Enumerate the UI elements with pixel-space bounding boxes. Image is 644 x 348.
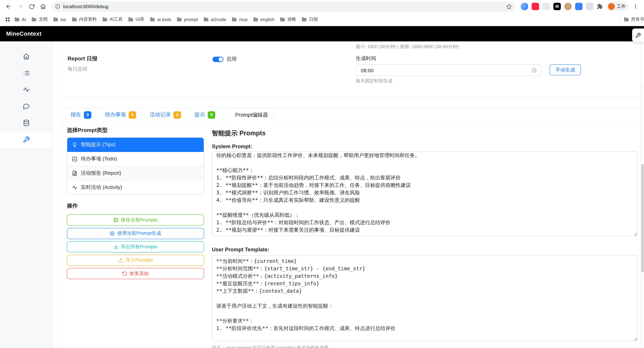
export-prompts-button[interactable]: 导出所有Prompts bbox=[67, 241, 204, 252]
type-item-report[interactable]: 活动报告 (Report) bbox=[67, 166, 204, 180]
type-item-todo[interactable]: 待办事项 (Todo) bbox=[67, 152, 204, 166]
folder-icon bbox=[177, 17, 182, 22]
restore-icon bbox=[122, 271, 127, 276]
interval-hint: 最小: 1800 (30分钟) | 推荐: 1800-3600 (30-60分钟… bbox=[356, 44, 641, 50]
floating-tools-button[interactable] bbox=[632, 28, 644, 42]
report-enabled-toggle[interactable] bbox=[212, 56, 224, 62]
tab-badge: 0 bbox=[174, 111, 181, 119]
time-hint: 每天固定时间生成 bbox=[356, 78, 541, 84]
report-subtitle: 每日总结 bbox=[68, 66, 212, 72]
sidebar-item-database[interactable] bbox=[0, 115, 52, 131]
bulb-icon bbox=[72, 142, 78, 147]
folder-icon bbox=[53, 17, 58, 22]
sidebar bbox=[0, 41, 53, 348]
sidebar-item-chat[interactable] bbox=[0, 98, 52, 115]
extension-icon-7[interactable] bbox=[586, 3, 594, 10]
bookmark-folder-ui-lib[interactable]: UI库 bbox=[125, 15, 147, 24]
bookmark-folder-english[interactable]: english bbox=[250, 15, 277, 23]
prompt-edit-panel: 智能提示 Prompts System Prompt: 你的核心职责是：提供阶段… bbox=[212, 122, 638, 348]
page-scrollbar[interactable] bbox=[640, 82, 644, 348]
tab-todos[interactable]: 待办事项 0 bbox=[105, 111, 136, 119]
report-title: Report 日报 bbox=[68, 55, 212, 62]
restore-default-button[interactable]: 恢复原始 bbox=[67, 268, 204, 279]
time-input[interactable] bbox=[360, 67, 532, 73]
folder-icon bbox=[32, 17, 37, 22]
bookmark-folder-ai[interactable]: AI bbox=[12, 15, 29, 23]
browser-toolbar: localhost:8000/debug M 工作 bbox=[0, 0, 644, 13]
all-bookmarks-button[interactable]: 所有书签 bbox=[620, 15, 644, 23]
bookmark-folder-prompt[interactable]: prompt bbox=[174, 15, 201, 23]
import-prompts-button[interactable]: 导入Prompts bbox=[67, 255, 204, 266]
apps-grid-icon[interactable] bbox=[4, 15, 12, 23]
time-picker[interactable] bbox=[356, 64, 541, 76]
tab-badge: 0 bbox=[208, 111, 215, 119]
extensions-puzzle-icon[interactable] bbox=[597, 3, 603, 9]
file-text-icon bbox=[72, 170, 78, 176]
tab-prompt-editor[interactable]: Prompt编辑器 bbox=[229, 108, 274, 122]
bookmark-folder-ios[interactable]: ios bbox=[50, 15, 69, 23]
save-prompts-button[interactable]: 保存当前Prompts bbox=[67, 214, 204, 226]
sidebar-item-list[interactable] bbox=[0, 65, 52, 81]
download-icon bbox=[114, 244, 118, 249]
user-prompt-textarea[interactable]: **当前时间**：{current_time} **分析时间范围**：{star… bbox=[212, 255, 638, 341]
bookmark-folder-content[interactable]: 内容资料 bbox=[69, 15, 100, 24]
wrench-icon bbox=[23, 136, 30, 143]
type-item-activity[interactable]: 实时活动 (Activity) bbox=[67, 180, 204, 194]
user-prompt-label: User Prompt Template: bbox=[212, 247, 638, 253]
profile-button[interactable]: 工作 bbox=[606, 2, 629, 11]
bookmark-folder-daily[interactable]: 日报 bbox=[299, 15, 320, 24]
bookmark-star-icon[interactable] bbox=[506, 3, 512, 9]
extension-icon-3[interactable] bbox=[542, 3, 550, 10]
folder-icon bbox=[302, 17, 307, 22]
bookmark-folder-strategy[interactable]: 攻略 bbox=[277, 15, 299, 24]
generate-time-label: 生成时间 bbox=[356, 55, 633, 62]
sidebar-item-activity[interactable] bbox=[0, 81, 52, 98]
tab-bar: 报告 3 待办事项 0 活动记录 0 提示 0 bbox=[62, 108, 641, 122]
home-icon[interactable] bbox=[38, 1, 48, 11]
folder-icon bbox=[72, 17, 77, 22]
site-info-icon[interactable] bbox=[55, 4, 60, 9]
manual-generate-button[interactable]: 手动生成 bbox=[550, 64, 581, 75]
folder-icon bbox=[203, 17, 209, 22]
bookmark-folder-ai2code[interactable]: ai2code bbox=[201, 15, 229, 23]
sidebar-item-settings[interactable] bbox=[0, 131, 52, 148]
check-square-icon bbox=[72, 156, 78, 162]
folder-icon bbox=[102, 17, 108, 22]
home-icon bbox=[23, 53, 30, 60]
system-prompt-textarea[interactable]: 你的核心职责是：提供阶段性工作评价、未来规划提醒，帮助用户更好地管理时间和任务。… bbox=[212, 151, 638, 236]
type-item-tips[interactable]: 智能提示 (Tips) bbox=[67, 138, 204, 152]
tab-badge: 3 bbox=[84, 111, 91, 119]
browser-menu-icon[interactable] bbox=[630, 1, 640, 11]
extension-icon-5[interactable] bbox=[564, 3, 572, 10]
forward-icon[interactable] bbox=[15, 1, 25, 11]
extension-icon-6[interactable] bbox=[575, 3, 582, 10]
app-header: MineContext bbox=[0, 26, 644, 41]
actions-title: 操作 bbox=[67, 203, 204, 210]
bookmark-folder-docs[interactable]: 文档 bbox=[29, 15, 50, 24]
back-icon[interactable] bbox=[4, 1, 14, 11]
extension-icon-2[interactable] bbox=[532, 3, 539, 10]
address-bar[interactable]: localhost:8000/debug bbox=[52, 1, 515, 11]
prompt-type-panel: 选择Prompt类型 智能提示 (Tips) 待办事项 (Todo) bbox=[67, 122, 204, 348]
folder-icon bbox=[624, 17, 629, 22]
extension-icon-4[interactable]: M bbox=[553, 3, 561, 10]
tab-badge: 0 bbox=[129, 111, 136, 119]
app-title: MineContext bbox=[6, 30, 42, 37]
reload-icon[interactable] bbox=[26, 1, 37, 11]
folder-icon bbox=[14, 17, 20, 22]
activity-icon bbox=[72, 185, 78, 190]
bookmark-folder-mcp[interactable]: mcp bbox=[229, 15, 250, 23]
bookmark-folder-ai-tools-cn[interactable]: AI工具 bbox=[100, 15, 126, 24]
generate-with-prompt-button[interactable]: 使用当前Prompt生成 bbox=[67, 228, 204, 239]
extension-cluster: M bbox=[521, 3, 603, 10]
extension-icon-1[interactable] bbox=[521, 3, 528, 10]
folder-icon bbox=[150, 17, 155, 22]
tab-reports[interactable]: 报告 3 bbox=[70, 111, 91, 119]
scrollbar-thumb[interactable] bbox=[641, 164, 644, 272]
panel-title: 智能提示 Prompts bbox=[212, 129, 638, 138]
tab-activities[interactable]: 活动记录 0 bbox=[150, 111, 181, 119]
browser-window: localhost:8000/debug M 工作 bbox=[0, 0, 644, 348]
sidebar-item-home[interactable] bbox=[0, 48, 52, 65]
bookmark-folder-ai-tools[interactable]: ai tools bbox=[147, 15, 174, 23]
tab-tips[interactable]: 提示 0 bbox=[194, 111, 215, 119]
